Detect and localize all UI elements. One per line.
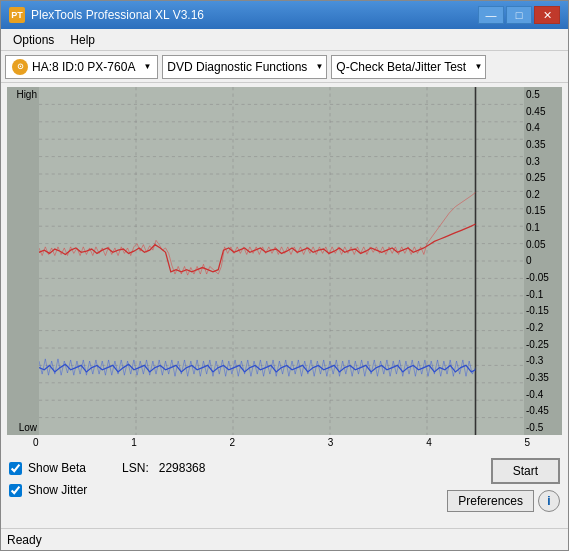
show-beta-row: Show Beta LSN: 2298368: [9, 458, 205, 478]
status-bar: Ready: [1, 528, 568, 550]
y-right-2: 0.4: [526, 122, 540, 133]
start-button[interactable]: Start: [491, 458, 560, 484]
y-right-7: 0.15: [526, 205, 545, 216]
y-right-5: 0.25: [526, 172, 545, 183]
menu-bar: Options Help: [1, 29, 568, 51]
title-bar: PT PlexTools Professional XL V3.16 — □ ✕: [1, 1, 568, 29]
x-label-0: 0: [33, 437, 39, 448]
y-right-12: -0.1: [526, 289, 543, 300]
y-right-20: -0.5: [526, 422, 543, 433]
window-controls: — □ ✕: [478, 6, 560, 24]
pref-info-row: Preferences i: [447, 490, 560, 512]
y-right-14: -0.2: [526, 322, 543, 333]
drive-icon: ⊙: [12, 59, 28, 75]
x-axis-labels: 0 1 2 3 4 5: [1, 435, 530, 448]
x-label-4: 4: [426, 437, 432, 448]
info-button[interactable]: i: [538, 490, 560, 512]
menu-item-options[interactable]: Options: [5, 31, 62, 49]
show-jitter-label: Show Jitter: [28, 483, 87, 497]
show-beta-checkbox[interactable]: [9, 462, 22, 475]
y-right-9: 0.05: [526, 239, 545, 250]
y-left-top: High: [16, 89, 37, 100]
bottom-controls: Show Beta LSN: 2298368 Show Jitter Start…: [1, 448, 568, 528]
drive-selector[interactable]: ⊙ HA:8 ID:0 PX-760A ▼: [5, 55, 158, 79]
y-right-8: 0.1: [526, 222, 540, 233]
y-right-19: -0.45: [526, 405, 549, 416]
controls-main-row: Show Beta LSN: 2298368 Show Jitter Start…: [9, 454, 560, 512]
y-right-17: -0.35: [526, 372, 549, 383]
test-selector-wrapper[interactable]: Q-Check Beta/Jitter Test ▼: [331, 55, 486, 79]
y-right-18: -0.4: [526, 389, 543, 400]
x-label-1: 1: [131, 437, 137, 448]
y-right-16: -0.3: [526, 355, 543, 366]
test-selector[interactable]: Q-Check Beta/Jitter Test: [331, 55, 486, 79]
drive-label: HA:8 ID:0 PX-760A: [32, 60, 135, 74]
right-buttons-area: Start Preferences i: [447, 454, 560, 512]
y-right-6: 0.2: [526, 189, 540, 200]
y-right-10: 0: [526, 255, 532, 266]
minimize-button[interactable]: —: [478, 6, 504, 24]
drive-dropdown-arrow: ▼: [143, 62, 151, 71]
show-jitter-row: Show Jitter: [9, 480, 205, 500]
maximize-button[interactable]: □: [506, 6, 532, 24]
y-left-bottom: Low: [19, 422, 37, 433]
y-right-0: 0.5: [526, 89, 540, 100]
y-axis-right: 0.5 0.45 0.4 0.35 0.3 0.25 0.2 0.15 0.1 …: [524, 87, 562, 435]
x-label-3: 3: [328, 437, 334, 448]
chart-plot: [39, 87, 524, 435]
function-selector[interactable]: DVD Diagnostic Functions: [162, 55, 327, 79]
status-text: Ready: [7, 533, 42, 547]
y-right-15: -0.25: [526, 339, 549, 350]
y-right-4: 0.3: [526, 156, 540, 167]
window-title: PlexTools Professional XL V3.16: [31, 8, 478, 22]
y-right-3: 0.35: [526, 139, 545, 150]
lsn-value: 2298368: [159, 461, 206, 475]
y-right-13: -0.15: [526, 305, 549, 316]
x-label-2: 2: [230, 437, 236, 448]
y-axis-left: High Low: [7, 87, 39, 435]
close-button[interactable]: ✕: [534, 6, 560, 24]
menu-item-help[interactable]: Help: [62, 31, 103, 49]
y-right-1: 0.45: [526, 106, 545, 117]
chart-svg: [39, 87, 524, 435]
chart-container: High Low: [7, 87, 562, 435]
checkboxes-area: Show Beta LSN: 2298368 Show Jitter: [9, 454, 205, 500]
toolbar: ⊙ HA:8 ID:0 PX-760A ▼ DVD Diagnostic Fun…: [1, 51, 568, 83]
show-jitter-checkbox[interactable]: [9, 484, 22, 497]
show-beta-label: Show Beta: [28, 461, 86, 475]
lsn-label: LSN:: [122, 461, 149, 475]
x-label-5: 5: [524, 437, 530, 448]
main-window: PT PlexTools Professional XL V3.16 — □ ✕…: [0, 0, 569, 551]
app-icon: PT: [9, 7, 25, 23]
y-right-11: -0.05: [526, 272, 549, 283]
function-selector-wrapper[interactable]: DVD Diagnostic Functions ▼: [162, 55, 327, 79]
preferences-button[interactable]: Preferences: [447, 490, 534, 512]
